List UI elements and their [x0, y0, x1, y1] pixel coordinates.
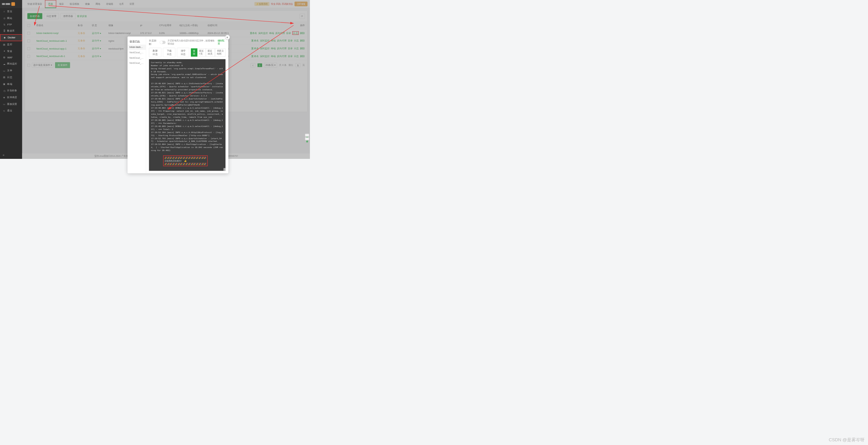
- sidebar-item-2[interactable]: ⇅FTP: [0, 21, 22, 27]
- sidebar-item-0[interactable]: ⌂首页: [0, 8, 22, 15]
- sidebar-icon: ✦: [3, 50, 5, 53]
- sidebar-label: 日志: [7, 76, 12, 79]
- sidebar-icon: ⌂: [3, 10, 5, 13]
- sidebar-collapse[interactable]: ≡: [0, 152, 22, 159]
- float-service[interactable]: 客服: [305, 134, 309, 136]
- log-cut-hint: 开启后每天2点0分进行切割日志文件，如需修改请点击: [167, 39, 216, 45]
- log-content[interactable]: Currently in standby mode. Number of job…: [149, 59, 225, 171]
- sidebar-icon: ⛨: [3, 56, 5, 59]
- sidebar-label: Docker: [8, 36, 16, 39]
- sidebar-label: 退出: [7, 109, 12, 112]
- sidebar-icon: ⎋: [3, 109, 5, 112]
- sidebar-item-1[interactable]: ◎网站: [0, 15, 22, 22]
- sidebar-item-14[interactable]: ▭面板设置: [0, 101, 22, 108]
- sidebar-icon: ▣: [3, 82, 5, 85]
- sidebar-label: FTP: [7, 23, 12, 26]
- logo-text: ■■ ■■■: [2, 3, 10, 5]
- sidebar-icon: ▭: [3, 103, 5, 105]
- modal-side-item[interactable]: NextCloud_nextclo...: [127, 60, 146, 66]
- sidebar-label: WAF: [7, 56, 13, 59]
- sidebar-label: 文件: [7, 69, 12, 72]
- seg-2[interactable]: 最近30天: [206, 49, 215, 57]
- sidebar-label: 终端: [7, 82, 12, 86]
- modal-title: 容器日志: [127, 38, 146, 44]
- sidebar-item-9[interactable]: ▭文件: [0, 67, 22, 74]
- refresh-log-button[interactable]: 刷新日志: [149, 48, 161, 57]
- sidebar-label: 计划任务: [7, 89, 17, 92]
- sidebar-icon: ▭: [3, 69, 5, 72]
- sidebar-icon: ▤: [3, 76, 5, 79]
- sidebar-label: 监控: [7, 43, 12, 46]
- sidebar-label: 首页: [7, 10, 12, 13]
- seg-1[interactable]: 最近7天: [197, 49, 206, 57]
- log-modal: ✕ 容器日志 bdosr-backend-ruoyiNextCloud_next…: [127, 36, 228, 173]
- sidebar-item-3[interactable]: ≣数据库: [0, 27, 22, 34]
- sidebar-icon: ❖: [3, 96, 5, 99]
- sidebar-icon: ▤: [3, 43, 5, 46]
- edit-config-link[interactable]: 编辑配置: [218, 39, 225, 45]
- sidebar-item-4[interactable]: ◆Docker: [0, 34, 22, 41]
- modal-side-item[interactable]: NextCloud_nextclo...: [127, 55, 146, 60]
- log-cut-label: 日志切割: [149, 39, 158, 46]
- log-cut-toggle[interactable]: [160, 41, 165, 44]
- sidebar-item-12[interactable]: ◷计划任务: [0, 87, 22, 94]
- success-highlight: 🎉🎉🎉🎉🎉🎉🎉🎉🎉🎉🎉🎉🎉🎉🎉🎉后端系统启动成功! 👍🎉🎉🎉🎉🎉🎉🎉🎉🎉🎉🎉🎉🎉…: [163, 155, 208, 166]
- sidebar-item-5[interactable]: ▤监控: [0, 41, 22, 48]
- sidebar-label: 数据库: [7, 29, 14, 33]
- sidebar-item-10[interactable]: ▤日志: [0, 74, 22, 81]
- seg-3[interactable]: 自定义时间: [215, 49, 225, 57]
- scroll-thumb[interactable]: [223, 168, 225, 171]
- sidebar-icon: ◷: [3, 89, 5, 92]
- sidebar-item-7[interactable]: ⛨WAF: [0, 55, 22, 61]
- sidebar-label: 网站监控: [7, 62, 17, 66]
- sidebar-label: 安全: [7, 50, 12, 53]
- sidebar-logo: ■■ ■■■: [0, 0, 22, 8]
- sidebar-icon: ☁: [3, 62, 5, 65]
- sidebar-label: 面板设置: [7, 102, 17, 106]
- sidebar-item-6[interactable]: ✦安全: [0, 48, 22, 55]
- sidebar-label: 网站: [7, 16, 12, 20]
- logo-icon: [11, 2, 15, 6]
- sidebar-item-8[interactable]: ☁网站监控: [0, 61, 22, 68]
- sidebar-item-11[interactable]: ▣终端: [0, 81, 22, 88]
- sidebar-icon: ◆: [3, 36, 6, 39]
- sidebar-icon: ◎: [3, 17, 5, 19]
- float-rate[interactable]: 评价: [305, 137, 309, 140]
- sidebar-icon: ≣: [3, 30, 5, 32]
- sidebar-item-13[interactable]: ❖软件商店: [0, 94, 22, 101]
- watermark: CSDN @是雾岑呀: [829, 437, 865, 443]
- main: 快速部署项目容器项目项目模板镜像网络存储卷仓库设置 ⚡当前存在 安全 风险, 容…: [22, 0, 310, 159]
- sidebar-label: 软件商店: [7, 96, 17, 99]
- sidebar: ■■ ■■■ ⌂首页◎网站⇅FTP≣数据库◆Docker▤监控✦安全⛨WAF☁网…: [0, 0, 22, 159]
- sidebar-item-15[interactable]: ⎋退出: [0, 107, 22, 114]
- modal-side-item[interactable]: NextCloud_nextclo...: [127, 50, 146, 55]
- clear-log-button[interactable]: 清空日志: [177, 48, 189, 57]
- seg-0[interactable]: 全部: [191, 49, 197, 57]
- sidebar-icon: ⇅: [3, 23, 5, 26]
- download-log-button[interactable]: 下载日志: [163, 48, 175, 57]
- modal-side-item[interactable]: bdosr-backend-ruoyi: [127, 44, 146, 50]
- close-icon[interactable]: ✕: [225, 35, 230, 40]
